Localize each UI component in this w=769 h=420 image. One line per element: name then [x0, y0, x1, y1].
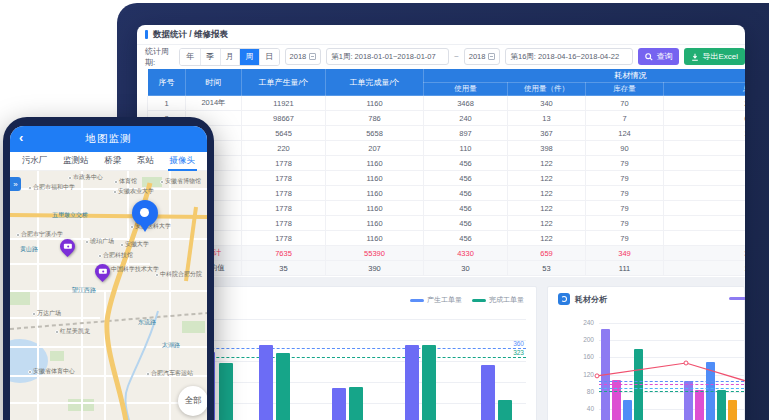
- export-excel-button[interactable]: 导出Excel: [684, 48, 745, 65]
- table-cell: 90: [586, 141, 664, 156]
- segment-年[interactable]: 年: [180, 49, 200, 65]
- dashboard-card: 数据统计 / 维修报表 统计周期: 年季月周日 2018 第1周: 2018-0…: [137, 25, 745, 420]
- map-label: 万达广场: [32, 309, 61, 318]
- legend-dash: [410, 299, 424, 302]
- table-cell: 250: [664, 96, 746, 111]
- map-label: 安徽大学: [120, 240, 149, 249]
- tab-泵站[interactable]: 泵站: [137, 152, 154, 170]
- table-cell: 456: [424, 156, 508, 171]
- road-label: 黄山路: [20, 245, 38, 254]
- table-cell: 1778: [242, 156, 326, 171]
- table-cell: 659: [508, 246, 586, 261]
- table-cell: 1778: [242, 231, 326, 246]
- table-cell: 79: [586, 186, 664, 201]
- tab-监测站[interactable]: 监测站: [63, 152, 89, 170]
- table-cell: 122: [508, 171, 586, 186]
- segment-月[interactable]: 月: [220, 49, 240, 65]
- week-start-input[interactable]: 第1周: 2018-01-01~2018-01-07: [326, 48, 449, 65]
- breadcrumb: 数据统计 / 维修报表: [153, 29, 228, 41]
- consumable-chart-panel: 耗材分析 2402001601208040: [547, 286, 745, 420]
- table-cell: 1160: [326, 201, 424, 216]
- poi-dot: [32, 312, 36, 316]
- segment-日[interactable]: 日: [259, 49, 279, 65]
- map-label: 合肥市福和中学: [28, 183, 75, 192]
- bar-produced: [259, 345, 273, 420]
- filter-row: 统计周期: 年季月周日 2018 第1周: 2018-01-01~2018-01…: [137, 45, 745, 68]
- calendar-icon: [488, 53, 495, 60]
- table-cell: 122: [508, 216, 586, 231]
- table-cell: 35: [242, 261, 326, 276]
- legend-label: 产生工单量: [427, 295, 462, 305]
- table-cell: 55390: [326, 246, 424, 261]
- table-cell: 349: [586, 246, 664, 261]
- table-cell: 1160: [326, 171, 424, 186]
- back-icon[interactable]: ‹: [19, 130, 23, 145]
- col-header: 时间: [186, 69, 242, 96]
- segment-周[interactable]: 周: [239, 49, 259, 65]
- all-button[interactable]: 全部: [178, 386, 207, 416]
- table-cell: 1160: [326, 186, 424, 201]
- period-segmented-control: 年季月周日: [179, 48, 279, 66]
- tab-桥梁[interactable]: 桥梁: [104, 152, 121, 170]
- table-cell: 650: [664, 111, 746, 126]
- table-cell: 240: [424, 111, 508, 126]
- table-cell: 67: [664, 171, 746, 186]
- tab-污水厂[interactable]: 污水厂: [22, 152, 48, 170]
- table-cell: 129: [664, 126, 746, 141]
- col-header: 序号: [148, 69, 186, 96]
- reference-label: 360: [513, 340, 524, 347]
- map-label: 合肥汽车客运站: [146, 369, 193, 378]
- table-cell: 1778: [242, 171, 326, 186]
- selected-pin[interactable]: [132, 200, 158, 226]
- table-cell: 897: [424, 126, 508, 141]
- table-row: 5177811604561227967: [148, 156, 746, 171]
- table-cell: 207: [326, 141, 424, 156]
- table-cell: 111: [586, 261, 664, 276]
- legend-dash: [472, 299, 486, 302]
- tab-摄像头[interactable]: 摄像头: [170, 152, 196, 170]
- segment-季[interactable]: 季: [200, 49, 220, 65]
- table-cell: 67: [664, 201, 746, 216]
- app-header: ‹ 地图监测: [10, 126, 207, 152]
- table-cell: 79: [586, 216, 664, 231]
- map-view[interactable]: » 全部 市政务中心体育馆安徽农业大学安徽省博物馆合肥市福和中学安徽医科大学合肥…: [10, 171, 207, 420]
- table-row: 356455658897367124129: [148, 126, 746, 141]
- poi-dot: [130, 225, 134, 229]
- query-button[interactable]: 查询: [638, 48, 679, 65]
- road-label: 望江西路: [72, 286, 96, 295]
- poi-dot: [114, 180, 118, 184]
- table-cell: 110: [424, 141, 508, 156]
- year-end-select[interactable]: 2018: [464, 48, 501, 65]
- table-cell: 53: [508, 261, 586, 276]
- category-tabs: 污水厂监测站桥梁泵站摄像头: [10, 152, 207, 171]
- table-cell: 1778: [242, 186, 326, 201]
- poi-dot: [98, 254, 102, 258]
- legend-item[interactable]: 产生工单量: [410, 295, 462, 305]
- road-label: 五里墩立交桥: [52, 211, 88, 220]
- report-table: 序号时间工单产生量/个工单完成量/个耗材情况使用量使用量（件）库存量总量1201…: [147, 68, 745, 276]
- camera-lens: [67, 246, 69, 248]
- table-cell: 122: [508, 231, 586, 246]
- table-cell: 67: [664, 231, 746, 246]
- poi-dot: [16, 233, 20, 237]
- bar-completed: [422, 345, 436, 420]
- legend-item[interactable]: 完成工单量: [472, 295, 524, 305]
- phone-screen: ‹ 地图监测 污水厂监测站桥梁泵站摄像头: [10, 126, 207, 420]
- table-cell: 456: [424, 216, 508, 231]
- expand-icon[interactable]: »: [10, 177, 21, 191]
- week-end-input[interactable]: 第16周: 2018-04-16~2018-04-22: [505, 48, 633, 65]
- table-cell: 79: [586, 171, 664, 186]
- search-icon: [645, 53, 653, 61]
- table-cell: 11921: [242, 96, 326, 111]
- calendar-icon: [309, 53, 316, 60]
- chart-legend: 产生工单量完成工单量: [410, 295, 524, 305]
- sub-header: 使用量: [424, 83, 508, 96]
- table-cell: 5658: [326, 126, 424, 141]
- table-cell: 456: [424, 231, 508, 246]
- table-cell: 1160: [326, 96, 424, 111]
- year-start-select[interactable]: 2018: [285, 48, 322, 65]
- col-header: 工单完成量/个: [326, 69, 424, 96]
- filter-label: 统计周期:: [145, 46, 174, 68]
- table-row: 298667786240137650: [148, 111, 746, 126]
- table-cell: 340: [508, 96, 586, 111]
